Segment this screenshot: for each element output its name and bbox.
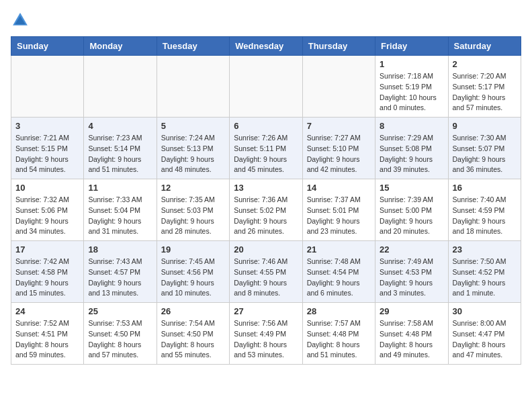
- day-cell: 15Sunrise: 7:39 AM Sunset: 5:00 PM Dayli…: [375, 179, 448, 241]
- day-number: 5: [161, 121, 225, 131]
- weekday-header-row: SundayMondayTuesdayWednesdayThursdayFrid…: [11, 37, 521, 56]
- day-number: 3: [15, 121, 79, 131]
- week-row-2: 3Sunrise: 7:21 AM Sunset: 5:15 PM Daylig…: [11, 118, 521, 179]
- day-cell: 12Sunrise: 7:35 AM Sunset: 5:03 PM Dayli…: [157, 179, 229, 241]
- day-info: Sunrise: 7:43 AM Sunset: 4:57 PM Dayligh…: [88, 257, 152, 299]
- day-cell: 5Sunrise: 7:24 AM Sunset: 5:13 PM Daylig…: [157, 118, 229, 179]
- day-info: Sunrise: 7:57 AM Sunset: 4:48 PM Dayligh…: [307, 318, 371, 361]
- header: [11, 11, 521, 30]
- day-cell: 26Sunrise: 7:54 AM Sunset: 4:50 PM Dayli…: [157, 303, 229, 365]
- day-cell: [11, 56, 84, 118]
- day-cell: 20Sunrise: 7:46 AM Sunset: 4:55 PM Dayli…: [230, 241, 302, 303]
- week-row-4: 17Sunrise: 7:42 AM Sunset: 4:58 PM Dayli…: [11, 241, 521, 303]
- day-cell: 17Sunrise: 7:42 AM Sunset: 4:58 PM Dayli…: [11, 241, 84, 303]
- day-cell: 18Sunrise: 7:43 AM Sunset: 4:57 PM Dayli…: [84, 241, 157, 303]
- day-cell: 28Sunrise: 7:57 AM Sunset: 4:48 PM Dayli…: [302, 303, 375, 365]
- day-cell: 19Sunrise: 7:45 AM Sunset: 4:56 PM Dayli…: [157, 241, 229, 303]
- day-info: Sunrise: 7:58 AM Sunset: 4:48 PM Dayligh…: [380, 318, 443, 361]
- day-info: Sunrise: 7:23 AM Sunset: 5:14 PM Dayligh…: [88, 133, 152, 175]
- weekday-header-wednesday: Wednesday: [230, 37, 302, 56]
- day-number: 6: [234, 121, 298, 131]
- day-info: Sunrise: 7:36 AM Sunset: 5:02 PM Dayligh…: [234, 195, 298, 237]
- day-number: 15: [380, 183, 443, 193]
- day-number: 22: [380, 244, 443, 255]
- day-info: Sunrise: 7:24 AM Sunset: 5:13 PM Dayligh…: [161, 133, 225, 175]
- week-row-3: 10Sunrise: 7:32 AM Sunset: 5:06 PM Dayli…: [11, 179, 521, 241]
- day-info: Sunrise: 7:30 AM Sunset: 5:07 PM Dayligh…: [453, 133, 517, 175]
- day-info: Sunrise: 7:49 AM Sunset: 4:53 PM Dayligh…: [380, 257, 443, 299]
- day-info: Sunrise: 7:35 AM Sunset: 5:03 PM Dayligh…: [161, 195, 225, 237]
- week-row-1: 1Sunrise: 7:18 AM Sunset: 5:19 PM Daylig…: [11, 56, 521, 118]
- day-info: Sunrise: 7:33 AM Sunset: 5:04 PM Dayligh…: [88, 195, 152, 237]
- day-number: 30: [453, 306, 517, 316]
- day-number: 27: [234, 306, 298, 316]
- day-info: Sunrise: 7:54 AM Sunset: 4:50 PM Dayligh…: [161, 318, 225, 361]
- day-info: Sunrise: 7:56 AM Sunset: 4:49 PM Dayligh…: [234, 318, 298, 361]
- logo-icon: [11, 11, 30, 30]
- day-info: Sunrise: 7:48 AM Sunset: 4:54 PM Dayligh…: [307, 257, 371, 299]
- day-cell: 9Sunrise: 7:30 AM Sunset: 5:07 PM Daylig…: [448, 118, 521, 179]
- weekday-header-friday: Friday: [375, 37, 448, 56]
- day-number: 23: [453, 244, 517, 255]
- day-info: Sunrise: 7:52 AM Sunset: 4:51 PM Dayligh…: [15, 318, 79, 361]
- day-cell: [302, 56, 375, 118]
- day-number: 4: [88, 121, 152, 131]
- day-cell: 23Sunrise: 7:50 AM Sunset: 4:52 PM Dayli…: [448, 241, 521, 303]
- day-number: 10: [15, 183, 79, 193]
- day-cell: 27Sunrise: 7:56 AM Sunset: 4:49 PM Dayli…: [230, 303, 302, 365]
- day-cell: 11Sunrise: 7:33 AM Sunset: 5:04 PM Dayli…: [84, 179, 157, 241]
- day-number: 9: [453, 121, 517, 131]
- day-cell: 29Sunrise: 7:58 AM Sunset: 4:48 PM Dayli…: [375, 303, 448, 365]
- day-cell: 10Sunrise: 7:32 AM Sunset: 5:06 PM Dayli…: [11, 179, 84, 241]
- weekday-header-thursday: Thursday: [302, 37, 375, 56]
- day-number: 8: [380, 121, 443, 131]
- day-cell: 8Sunrise: 7:29 AM Sunset: 5:08 PM Daylig…: [375, 118, 448, 179]
- day-number: 24: [15, 306, 79, 316]
- day-number: 17: [15, 244, 79, 255]
- day-number: 19: [161, 244, 225, 255]
- day-info: Sunrise: 7:42 AM Sunset: 4:58 PM Dayligh…: [15, 257, 79, 299]
- day-cell: [84, 56, 157, 118]
- day-cell: 24Sunrise: 7:52 AM Sunset: 4:51 PM Dayli…: [11, 303, 84, 365]
- day-number: 18: [88, 244, 152, 255]
- day-number: 12: [161, 183, 225, 193]
- day-cell: 1Sunrise: 7:18 AM Sunset: 5:19 PM Daylig…: [375, 56, 448, 118]
- day-info: Sunrise: 7:32 AM Sunset: 5:06 PM Dayligh…: [15, 195, 79, 237]
- day-number: 25: [88, 306, 152, 316]
- day-info: Sunrise: 7:20 AM Sunset: 5:17 PM Dayligh…: [453, 71, 517, 113]
- week-row-5: 24Sunrise: 7:52 AM Sunset: 4:51 PM Dayli…: [11, 303, 521, 365]
- day-info: Sunrise: 7:39 AM Sunset: 5:00 PM Dayligh…: [380, 195, 443, 237]
- day-cell: [157, 56, 229, 118]
- day-info: Sunrise: 7:40 AM Sunset: 4:59 PM Dayligh…: [453, 195, 517, 237]
- day-info: Sunrise: 7:37 AM Sunset: 5:01 PM Dayligh…: [307, 195, 371, 237]
- day-cell: 7Sunrise: 7:27 AM Sunset: 5:10 PM Daylig…: [302, 118, 375, 179]
- weekday-header-tuesday: Tuesday: [157, 37, 229, 56]
- day-number: 29: [380, 306, 443, 316]
- day-number: 16: [453, 183, 517, 193]
- day-info: Sunrise: 7:27 AM Sunset: 5:10 PM Dayligh…: [307, 133, 371, 175]
- day-number: 11: [88, 183, 152, 193]
- day-cell: 13Sunrise: 7:36 AM Sunset: 5:02 PM Dayli…: [230, 179, 302, 241]
- weekday-header-sunday: Sunday: [11, 37, 84, 56]
- day-number: 21: [307, 244, 371, 255]
- day-number: 20: [234, 244, 298, 255]
- logo: [11, 11, 32, 30]
- day-info: Sunrise: 7:18 AM Sunset: 5:19 PM Dayligh…: [380, 71, 443, 113]
- day-cell: 3Sunrise: 7:21 AM Sunset: 5:15 PM Daylig…: [11, 118, 84, 179]
- day-number: 13: [234, 183, 298, 193]
- day-number: 7: [307, 121, 371, 131]
- day-info: Sunrise: 7:45 AM Sunset: 4:56 PM Dayligh…: [161, 257, 225, 299]
- day-cell: 22Sunrise: 7:49 AM Sunset: 4:53 PM Dayli…: [375, 241, 448, 303]
- day-cell: 2Sunrise: 7:20 AM Sunset: 5:17 PM Daylig…: [448, 56, 521, 118]
- day-cell: 16Sunrise: 7:40 AM Sunset: 4:59 PM Dayli…: [448, 179, 521, 241]
- day-info: Sunrise: 7:21 AM Sunset: 5:15 PM Dayligh…: [15, 133, 79, 175]
- day-number: 14: [307, 183, 371, 193]
- day-number: 2: [453, 59, 517, 69]
- day-info: Sunrise: 7:26 AM Sunset: 5:11 PM Dayligh…: [234, 133, 298, 175]
- day-cell: 4Sunrise: 7:23 AM Sunset: 5:14 PM Daylig…: [84, 118, 157, 179]
- day-cell: 6Sunrise: 7:26 AM Sunset: 5:11 PM Daylig…: [230, 118, 302, 179]
- day-number: 26: [161, 306, 225, 316]
- day-cell: [230, 56, 302, 118]
- day-cell: 25Sunrise: 7:53 AM Sunset: 4:50 PM Dayli…: [84, 303, 157, 365]
- day-info: Sunrise: 7:46 AM Sunset: 4:55 PM Dayligh…: [234, 257, 298, 299]
